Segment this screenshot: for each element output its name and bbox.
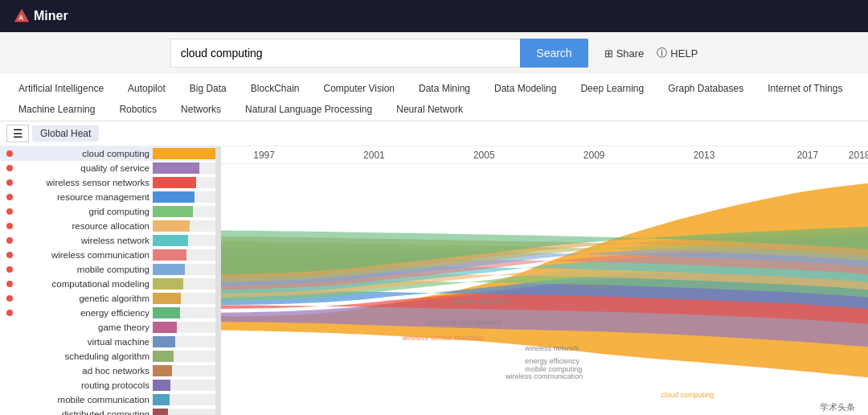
year-label: 2005 bbox=[473, 150, 495, 161]
topic-item[interactable]: wireless sensor networks bbox=[0, 175, 220, 190]
topic-bar bbox=[153, 249, 186, 261]
topic-item[interactable]: distributed computing bbox=[0, 407, 220, 415]
topic-bar-container bbox=[153, 264, 217, 275]
viz-label: grid computing bbox=[564, 282, 612, 290]
topic-item[interactable]: mobile computing bbox=[0, 262, 220, 277]
topic-dot bbox=[6, 281, 13, 287]
share-icon: ⊞ bbox=[604, 47, 613, 60]
topic-item[interactable]: cloud computing bbox=[0, 146, 220, 161]
topic-bar-container bbox=[153, 249, 217, 261]
tabs-row-2: Machine LearningRoboticsNetworksNatural … bbox=[6, 100, 862, 121]
category-tab[interactable]: Computer Vision bbox=[312, 79, 407, 100]
topic-bar-container bbox=[153, 336, 217, 347]
category-tab[interactable]: Data Mining bbox=[407, 79, 482, 100]
topic-label: quality of service bbox=[16, 163, 153, 173]
topic-bar bbox=[153, 351, 174, 362]
topic-bar-container bbox=[153, 380, 217, 391]
logo[interactable]: A Miner bbox=[13, 7, 68, 25]
topic-label: cloud computing bbox=[16, 149, 153, 158]
viz-canvas: genetic algorithmgrid computingresource … bbox=[221, 164, 868, 415]
topic-item[interactable]: routing protocols bbox=[0, 378, 220, 392]
topic-label: ad hoc networks bbox=[16, 366, 153, 376]
topic-item[interactable]: mobile communication bbox=[0, 392, 220, 407]
viz-label: genetic algorithm bbox=[454, 298, 510, 306]
topic-bar bbox=[153, 365, 172, 376]
category-tab[interactable]: Robotics bbox=[107, 100, 169, 121]
year-label: 1997 bbox=[253, 150, 275, 161]
topic-bar-container bbox=[153, 293, 217, 304]
help-link[interactable]: ⓘ HELP bbox=[657, 46, 698, 60]
topic-bar-container bbox=[153, 278, 217, 290]
category-tab[interactable]: Neural Network bbox=[384, 100, 475, 121]
share-link[interactable]: ⊞ Share bbox=[604, 47, 645, 60]
topic-item[interactable]: game theory bbox=[0, 320, 220, 335]
topic-label: virtual machine bbox=[16, 337, 153, 347]
topic-bar-container bbox=[153, 148, 217, 159]
category-tab[interactable]: Artificial Intelligence bbox=[6, 79, 116, 100]
topic-item[interactable]: genetic algorithm bbox=[0, 291, 220, 306]
topic-label: wireless communication bbox=[16, 250, 153, 260]
topic-item[interactable]: computational modeling bbox=[0, 277, 220, 291]
topic-item[interactable]: scheduling algorithm bbox=[0, 349, 220, 364]
topic-dot bbox=[6, 208, 13, 215]
topic-bar bbox=[153, 322, 177, 333]
category-tab[interactable]: Internet of Things bbox=[755, 79, 854, 100]
topic-item[interactable]: wireless communication bbox=[0, 248, 220, 262]
main-content: cloud computing quality of service wirel… bbox=[0, 146, 868, 415]
topic-item[interactable]: wireless network bbox=[0, 233, 220, 248]
topic-label: computational modeling bbox=[16, 279, 153, 289]
topic-dot bbox=[6, 179, 13, 186]
category-tab[interactable]: BlockChain bbox=[239, 79, 312, 100]
search-button[interactable]: Search bbox=[520, 39, 588, 68]
resize-handle[interactable] bbox=[215, 146, 220, 415]
category-tab[interactable]: Data Modeling bbox=[482, 79, 568, 100]
topic-dot bbox=[6, 165, 13, 171]
topic-label: resource allocation bbox=[16, 221, 153, 231]
logo-icon: A bbox=[13, 7, 31, 25]
category-tab[interactable]: Autopilot bbox=[116, 79, 178, 100]
topic-item[interactable]: grid computing bbox=[0, 204, 220, 219]
global-heat-tab[interactable]: Global Heat bbox=[32, 125, 99, 142]
topic-bar bbox=[153, 162, 199, 174]
topic-bar bbox=[153, 293, 181, 304]
topic-bar bbox=[153, 380, 170, 391]
topic-dot bbox=[6, 194, 13, 200]
topic-bar bbox=[153, 148, 217, 159]
category-tab[interactable]: Machine Learning bbox=[6, 100, 107, 121]
topic-item[interactable]: virtual machine bbox=[0, 335, 220, 349]
topic-label: grid computing bbox=[16, 207, 153, 216]
viz-label: wireless network bbox=[524, 344, 579, 352]
topic-label: distributed computing bbox=[16, 409, 153, 415]
category-tab[interactable]: Big Data bbox=[178, 79, 239, 100]
topic-item[interactable]: resource allocation bbox=[0, 219, 220, 233]
category-tab[interactable]: Networks bbox=[169, 100, 233, 121]
search-input[interactable] bbox=[170, 39, 521, 68]
topic-dot bbox=[6, 150, 13, 157]
topic-bar-container bbox=[153, 235, 217, 246]
topic-label: genetic algorithm bbox=[16, 294, 153, 303]
topic-bar bbox=[153, 235, 188, 246]
topic-label: mobile computing bbox=[16, 265, 153, 274]
viz-label: energy efficiency bbox=[525, 357, 579, 365]
topic-item[interactable]: ad hoc networks bbox=[0, 364, 220, 378]
topic-bar-container bbox=[153, 162, 217, 174]
topic-label: game theory bbox=[16, 323, 153, 332]
category-tab[interactable]: Graph Databases bbox=[656, 79, 755, 100]
topic-item[interactable]: resource management bbox=[0, 190, 220, 204]
viz-label: wireless communication bbox=[505, 373, 583, 381]
category-tabs: Artificial IntelligenceAutopilotBig Data… bbox=[0, 74, 868, 121]
topic-bar-container bbox=[153, 351, 217, 362]
topic-bar-container bbox=[153, 191, 217, 203]
help-icon: ⓘ bbox=[657, 46, 667, 60]
viz-label: cloud computing bbox=[661, 391, 714, 399]
topic-label: scheduling algorithm bbox=[16, 351, 153, 361]
topic-bar bbox=[153, 206, 193, 217]
category-tab[interactable]: Deep Learning bbox=[568, 79, 656, 100]
viz-label: resource management bbox=[428, 318, 502, 327]
topic-item[interactable]: quality of service bbox=[0, 161, 220, 175]
list-view-button[interactable]: ☰ bbox=[6, 125, 29, 142]
topic-item[interactable]: energy efficiency bbox=[0, 306, 220, 320]
search-wrapper: Search bbox=[170, 39, 588, 68]
category-tab[interactable]: Natural Language Processing bbox=[233, 100, 384, 121]
topic-bar-container bbox=[153, 307, 217, 318]
